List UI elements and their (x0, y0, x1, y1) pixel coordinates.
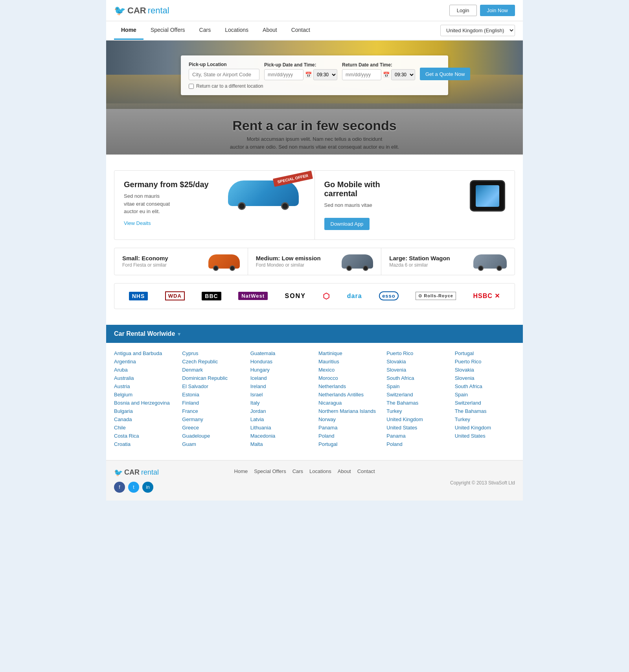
login-button[interactable]: Login (449, 5, 477, 16)
country-northern-mariana[interactable]: Northern Mariana Islands (318, 407, 379, 415)
country-malta[interactable]: Malta (250, 440, 311, 448)
country-turkey[interactable]: Turkey (386, 407, 447, 415)
country-norway[interactable]: Norway (318, 415, 379, 423)
country-south-africa[interactable]: South Africa (386, 374, 447, 382)
country-switzerland[interactable]: Switzerland (386, 390, 447, 399)
country-denmark[interactable]: Denmark (182, 366, 242, 374)
country-uk[interactable]: United Kingdom (386, 415, 447, 423)
footer-nav-home[interactable]: Home (234, 468, 248, 474)
country-mauritius[interactable]: Mauritius (318, 357, 379, 366)
linkedin-icon[interactable]: in (142, 482, 153, 493)
country-uk2[interactable]: United Kingdom (455, 423, 515, 432)
nav-contact[interactable]: Contact (284, 21, 317, 40)
download-app-button[interactable]: Download App (324, 218, 370, 230)
footer-nav-locations[interactable]: Locations (309, 468, 331, 474)
country-nicaragua[interactable]: Nicaragua (318, 399, 379, 407)
pickup-time-select[interactable]: 09:3010:0010:30 (313, 69, 337, 80)
calendar-icon-pickup[interactable]: 📅 (305, 72, 312, 78)
country-honduras[interactable]: Honduras (250, 357, 311, 366)
pickup-date-input[interactable] (264, 69, 303, 80)
country-iceland[interactable]: Iceland (250, 374, 311, 382)
country-finland[interactable]: Finland (182, 399, 242, 407)
country-switzerland2[interactable]: Switzerland (455, 399, 515, 407)
country-puerto-rico2[interactable]: Puerto Rico (455, 357, 515, 366)
country-canada[interactable]: Canada (114, 415, 174, 423)
country-guam[interactable]: Guam (182, 440, 242, 448)
country-lithuania[interactable]: Lithuania (250, 423, 311, 432)
country-slovakia2[interactable]: Slovakia (455, 366, 515, 374)
country-argentina[interactable]: Argentina (114, 357, 174, 366)
country-poland[interactable]: Poland (318, 432, 379, 440)
country-guatemala[interactable]: Guatemala (250, 349, 311, 357)
country-chile[interactable]: Chile (114, 423, 174, 432)
return-different-checkbox[interactable] (189, 84, 194, 89)
country-guadeloupe[interactable]: Guadeloupe (182, 432, 242, 440)
country-us[interactable]: United States (386, 423, 447, 432)
return-time-select[interactable]: 09:3010:0010:30 (391, 69, 415, 80)
nav-home[interactable]: Home (114, 21, 143, 40)
country-slovakia[interactable]: Slovakia (386, 357, 447, 366)
country-bahamas[interactable]: The Bahamas (386, 399, 447, 407)
nav-about[interactable]: About (256, 21, 284, 40)
country-bosnia[interactable]: Bosnia and Herzegovina (114, 399, 174, 407)
twitter-icon[interactable]: t (128, 482, 139, 493)
country-antigua[interactable]: Antigua and Barbuda (114, 349, 174, 357)
footer-nav-special-offers[interactable]: Special Offers (254, 468, 286, 474)
country-bahamas2[interactable]: The Bahamas (455, 407, 515, 415)
promo-left-link[interactable]: View Deaits (124, 220, 151, 226)
country-panama2[interactable]: Panama (386, 432, 447, 440)
country-belgium[interactable]: Belgium (114, 390, 174, 399)
country-el-salvador[interactable]: El Salvador (182, 382, 242, 390)
country-slovenia2[interactable]: Slovenia (455, 374, 515, 382)
footer-nav-about[interactable]: About (338, 468, 351, 474)
country-us2[interactable]: United States (455, 432, 515, 440)
country-italy[interactable]: Italy (250, 399, 311, 407)
country-costa-rica[interactable]: Costa Rica (114, 432, 174, 440)
country-croatia[interactable]: Croatia (114, 440, 174, 448)
calendar-icon-return[interactable]: 📅 (383, 72, 390, 78)
nav-locations[interactable]: Locations (218, 21, 256, 40)
country-portugal[interactable]: Portugal (318, 440, 379, 448)
country-spain2[interactable]: Spain (455, 390, 515, 399)
country-macedonia[interactable]: Macedonia (250, 432, 311, 440)
language-selector[interactable]: United Kingdom (English) United States (… (440, 25, 515, 36)
country-spain[interactable]: Spain (386, 382, 447, 390)
facebook-icon[interactable]: f (114, 482, 125, 493)
footer-nav-cars[interactable]: Cars (292, 468, 303, 474)
country-greece[interactable]: Greece (182, 423, 242, 432)
country-panama[interactable]: Panama (318, 423, 379, 432)
country-martinique[interactable]: Martinique (318, 349, 379, 357)
country-south-africa2[interactable]: South Africa (455, 382, 515, 390)
country-jordan[interactable]: Jordan (250, 407, 311, 415)
country-israel[interactable]: Israel (250, 390, 311, 399)
country-ireland[interactable]: Ireland (250, 382, 311, 390)
country-latvia[interactable]: Latvia (250, 415, 311, 423)
footer-nav-contact[interactable]: Contact (357, 468, 375, 474)
country-czech[interactable]: Czech Republic (182, 357, 242, 366)
country-portugal2[interactable]: Portugal (455, 349, 515, 357)
country-netherlands[interactable]: Netherlands (318, 382, 379, 390)
country-puerto-rico[interactable]: Puerto Rico (386, 349, 447, 357)
return-date-input[interactable] (342, 69, 381, 80)
country-netherlands-antilles[interactable]: Netherlands Antilles (318, 390, 379, 399)
get-quote-button[interactable]: Get a Quote Now (420, 68, 470, 80)
pickup-location-input[interactable] (189, 69, 259, 80)
nav-cars[interactable]: Cars (192, 21, 218, 40)
country-france[interactable]: France (182, 407, 242, 415)
country-estonia[interactable]: Estonia (182, 390, 242, 399)
country-australia[interactable]: Australia (114, 374, 174, 382)
nav-special-offers[interactable]: Special Offers (143, 21, 192, 40)
country-aruba[interactable]: Aruba (114, 366, 174, 374)
country-slovenia[interactable]: Slovenia (386, 366, 447, 374)
country-poland2[interactable]: Poland (386, 440, 447, 448)
country-bulgaria[interactable]: Bulgaria (114, 407, 174, 415)
country-austria[interactable]: Austria (114, 382, 174, 390)
country-turkey2[interactable]: Turkey (455, 415, 515, 423)
join-button[interactable]: Join Now (480, 5, 515, 16)
country-morocco[interactable]: Morocco (318, 374, 379, 382)
country-hungary[interactable]: Hungary (250, 366, 311, 374)
country-mexico[interactable]: Mexico (318, 366, 379, 374)
country-cyprus[interactable]: Cyprus (182, 349, 242, 357)
country-dominican[interactable]: Dominican Republic (182, 374, 242, 382)
country-germany[interactable]: Germany (182, 415, 242, 423)
